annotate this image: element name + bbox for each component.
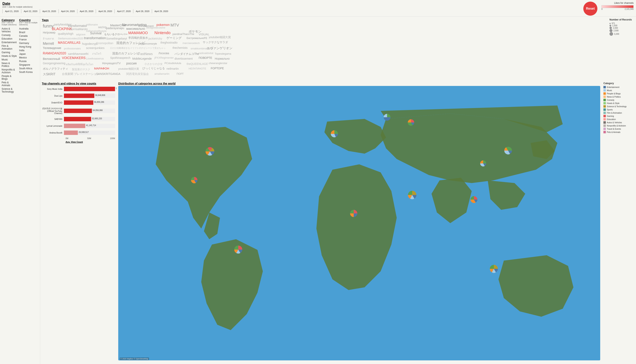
pie-marker-korea[interactable] [480,160,487,167]
tag-word[interactable]: thechemists [172,46,188,50]
tag-word[interactable]: Nintendo [154,30,170,35]
tag-word[interactable]: theghostradio [160,41,177,44]
tag-word[interactable]: jackietricky [148,37,162,40]
tag-word[interactable]: amallamartin [154,72,169,75]
tag-word[interactable]: BLACKPINK [52,27,72,31]
bar-row[interactable]: (G)I-DLE (여자)아이들 (Official YouTube Chann… [42,107,115,114]
tag-word[interactable]: Merrell [43,42,54,46]
tag-word[interactable]: 関西電気保安協会 [126,72,149,76]
tag-word[interactable]: Велокоnный [43,57,60,60]
pie-marker-europe[interactable] [330,130,338,138]
tag-word[interactable]: EкстремальноFE [187,36,207,40]
tag-word[interactable]: もちいるクローバー [104,32,128,36]
tag-word[interactable]: FastNews [138,52,153,56]
tag-word[interactable]: スSKRIT [43,72,56,76]
tag-word[interactable]: transformation [84,36,106,40]
tag-word[interactable]: МobIleLegende [132,57,152,60]
country-filter-item[interactable]: South Korea [19,70,38,74]
category-filter-item[interactable]: Entertainment [2,40,18,44]
tag-word[interactable]: peppercomsryle [138,42,157,45]
category-filter-item[interactable]: Howto & Style [2,54,18,58]
category-filter-item[interactable]: People & Blogs [2,74,18,81]
pie-marker-africa[interactable] [350,210,358,218]
tag-word[interactable]: ПОВОРТЕ [199,56,212,60]
tag-word[interactable]: サックサクなサラダ [203,40,228,44]
legend-item[interactable]: Travel & Events [603,128,634,130]
tag-word[interactable]: neilmartin [166,67,179,70]
tag-word[interactable]: Somethingelseyt [106,37,127,40]
date-tab[interactable]: April 23, 2020 [40,9,59,13]
tag-word[interactable]: Телевидение [43,46,61,50]
tag-word[interactable]: bestgoodcuisine [146,26,165,29]
date-tab[interactable]: April 21, 2020 [3,9,21,13]
tag-word[interactable]: professionaies [64,47,81,50]
category-filter-item[interactable]: Nonprofits & Activism [2,68,18,74]
tag-word[interactable]: ボルノグラフィティ [43,67,68,71]
bar-row[interactable]: Dua Lipa 58,848,808 [42,94,115,98]
tag-word[interactable]: sambhavnasethi [68,52,88,56]
tag-word[interactable]: marcianoetech [182,42,200,44]
date-tab[interactable]: April 22, 2020 [21,9,40,13]
tag-word[interactable]: RAMADAN2020 [43,52,66,55]
tag-word[interactable]: максимально [126,27,145,30]
category-filter-item[interactable]: Film & Animation [2,44,18,50]
tag-word[interactable]: バンダイナムコThe [174,52,199,56]
reset-button[interactable]: Reset [583,2,597,16]
country-filter-item[interactable]: Singapore [19,63,38,67]
tag-word[interactable]: VOICEMAKERS [62,56,85,60]
tag-word[interactable]: divertissement [174,57,193,60]
tag-word[interactable]: Нормально [215,57,230,60]
tag-word[interactable]: МАРАФОН [94,67,109,70]
legend-item[interactable]: Education [603,118,634,120]
tag-word[interactable]: qualityishigh [58,32,73,35]
legend-item[interactable]: Science & Technology [603,105,634,108]
country-filter-item[interactable]: South Africa [19,67,38,70]
country-filter-item[interactable]: Japan [19,52,38,56]
category-filter-item[interactable]: News & Politics [2,62,18,68]
tag-word[interactable]: 製造業のマスク [72,68,90,71]
legend-item[interactable]: Sports [603,108,634,111]
category-filter-item[interactable]: Comedy [2,33,18,37]
category-filter-item[interactable]: Pets & Animals [2,81,18,87]
pie-marker-canada[interactable] [383,114,391,121]
country-filter-item[interactable]: India [19,48,38,52]
tag-word[interactable]: jPXXRegimenter [154,56,174,59]
bar-row[interactable]: SABYAN 52,665,233 [42,117,115,121]
tag-word[interactable]: Survival [90,32,102,35]
tag-word[interactable]: Georgengineering [43,62,65,65]
tag-word[interactable]: ПОРТ [176,72,183,75]
tag-word[interactable]: MTV [170,23,179,28]
pie-marker-sea[interactable] [470,196,478,204]
tag-word[interactable]: padarayanapu [106,26,124,30]
country-filter-item[interactable]: Australia [19,27,38,30]
tag-word[interactable]: Неïромир [43,31,56,34]
country-filter-item[interactable]: Canada [19,34,38,38]
legend-item[interactable]: Autos & Vehicles [603,121,634,124]
legend-item[interactable]: Entertainment [603,86,634,88]
tag-word[interactable]: aazing [98,26,106,29]
tag-word[interactable]: radioaktivitat [199,52,213,54]
tag-word[interactable]: Lovelivaaserua [86,57,104,60]
tag-word[interactable]: 小さかりの少女 [144,62,163,66]
bar-row[interactable]: Sony Music India 99,041,010 [42,87,115,91]
tag-word[interactable]: youtuber格闘大賞 [118,67,139,71]
tag-word[interactable]: Cosmopolitan [96,42,113,45]
tag-word[interactable]: chewranglerstar [209,62,228,65]
category-filter-item[interactable]: Science & Technology [2,87,18,94]
tag-word[interactable]: theQUEENLAGE [187,62,208,66]
date-tab[interactable]: April 27, 2020 [114,9,133,13]
tag-word[interactable]: MAMAMOO [128,31,148,35]
country-filter-item[interactable]: Brazil [19,30,38,34]
tag-word[interactable]: Stellamusicvideo2020 [58,37,83,40]
pie-marker-mexico[interactable] [191,176,198,184]
tag-word[interactable]: millionaire [86,23,98,26]
tag-word[interactable]: youtuber格闘大賞 [209,36,231,39]
country-filter-item[interactable]: France [19,38,38,41]
pie-marker-russia[interactable] [407,119,415,126]
country-filter-item[interactable]: Russia [19,60,38,63]
tag-word[interactable]: งานไหว้ [92,52,101,56]
pie-marker-india[interactable] [407,190,417,200]
tag-word[interactable]: 台視新聞 プレイステーション [62,72,99,76]
tag-word[interactable]: ล้านตลาด [43,36,54,41]
date-tab[interactable]: April 29, 2020 [152,9,170,13]
